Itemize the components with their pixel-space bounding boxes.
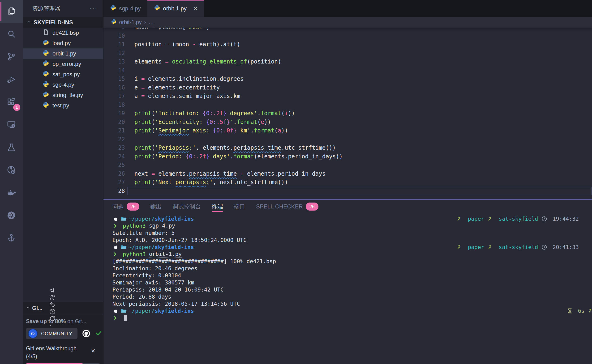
- gitlens-plan-icon: [28, 329, 38, 338]
- code-line-16[interactable]: 16e = elements.eccentricity: [104, 83, 592, 92]
- activity-item-gitlens[interactable]: [0, 159, 23, 181]
- panel-tab-terminal[interactable]: 终端: [212, 200, 223, 213]
- chevron-right-icon: ›: [144, 19, 146, 26]
- terminal-line: Next periapsis: 2018-05-17 13:14:56 UTC: [104, 300, 592, 307]
- terminal-line: [104, 314, 592, 322]
- python-icon: [43, 102, 49, 110]
- line-number: 10: [104, 32, 125, 39]
- code-line-15[interactable]: 15i = elements.inclination.degrees: [104, 75, 592, 83]
- line-number: 21: [104, 127, 125, 134]
- check-icon: [95, 329, 103, 338]
- panel-tab-label: SPELL CHECKER: [256, 203, 303, 210]
- code-line-11[interactable]: 11position = (moon - earth).at(t): [104, 40, 592, 49]
- snake-icon: [487, 244, 494, 250]
- panel-tab-spell-checker[interactable]: SPELL CHECKER26: [256, 200, 318, 213]
- activity-item-extensions[interactable]: 1: [0, 91, 23, 113]
- terminal[interactable]: ~/paper/skyfield-ins paper sat-skyfield …: [104, 213, 592, 364]
- code-line-24[interactable]: 24print('Period: {0:.2f} days'.format(el…: [104, 152, 592, 161]
- terminal-file-link[interactable]: orbit-1.py: [149, 251, 182, 258]
- terminal-line: Satellite number: 5: [104, 229, 592, 237]
- github-icon[interactable]: [82, 329, 91, 338]
- code-text: next = elements.periapsis_time + element…: [125, 170, 326, 177]
- code-line-23[interactable]: 23print('Periapsis:', elements.periapsis…: [104, 143, 592, 152]
- panel-tab-ports[interactable]: 端口: [234, 200, 245, 213]
- walkthrough-title: GitLens Walkthrough: [26, 344, 100, 352]
- prompt-icon: [112, 223, 118, 228]
- activity-item-run-debug[interactable]: [0, 68, 23, 91]
- file-label: de421.bsp: [53, 30, 79, 36]
- code-line-10[interactable]: 10: [104, 32, 592, 40]
- folder-section-header[interactable]: SKYFIELD-INS: [23, 17, 103, 28]
- code-line-13[interactable]: 13elements = osculating_elements_of(posi…: [104, 57, 592, 66]
- walkthrough-card[interactable]: GitLens Walkthrough (4/5) ×: [26, 344, 100, 360]
- panel-tab-output[interactable]: 输出: [150, 200, 162, 213]
- tab-orbit-1.py[interactable]: orbit-1.py×: [147, 0, 204, 17]
- breadcrumb-file[interactable]: orbit-1.py: [119, 19, 142, 26]
- code-line-19[interactable]: 19print('Inclination: {0:.2f} degrees'.f…: [104, 109, 592, 118]
- code-line-17[interactable]: 17a = elements.semi_major_axis.km: [104, 92, 592, 101]
- tab-label: sgp-4.py: [119, 5, 141, 12]
- breadcrumb-more[interactable]: …: [149, 19, 154, 26]
- vscode-window: 1 资源管理器 ··· SKYFIELD-INS de421.bspload.p…: [0, 0, 592, 364]
- breadcrumb[interactable]: orbit-1.py › …: [104, 17, 592, 28]
- code-text: print('Semimajor axis: {0:.0f} km'.forma…: [125, 127, 288, 134]
- activity-item-docker[interactable]: [0, 181, 23, 204]
- activity-item-source-control[interactable]: [0, 45, 23, 68]
- line-number: 9: [104, 28, 125, 30]
- activity-item-remote-explorer[interactable]: [0, 113, 23, 136]
- chevron-down-icon: [26, 19, 32, 26]
- activity-item-anchor[interactable]: [0, 227, 23, 249]
- gitlens-header[interactable]: GI...: [23, 302, 103, 314]
- apple-icon: [112, 244, 118, 250]
- code-line-21[interactable]: 21print('Semimajor axis: {0:.0f} km'.for…: [104, 126, 592, 135]
- tab-sgp-4.py[interactable]: sgp-4.py: [104, 0, 147, 17]
- activity-item-testing[interactable]: [0, 136, 23, 159]
- activity-item-kubernetes[interactable]: [0, 204, 23, 227]
- line-number: 14: [104, 67, 125, 74]
- code-line-22[interactable]: 22: [104, 135, 592, 144]
- file-item-test.py[interactable]: test.py: [23, 100, 103, 111]
- close-icon[interactable]: ×: [91, 347, 95, 354]
- line-number: 19: [104, 110, 125, 117]
- activity-item-explorer[interactable]: [0, 0, 23, 23]
- line-number: 28: [104, 188, 125, 194]
- panel-tab-problems[interactable]: 问题26: [112, 200, 139, 213]
- line-number: 23: [104, 144, 125, 151]
- close-icon[interactable]: ×: [193, 5, 197, 12]
- file-item-load.py[interactable]: load.py: [23, 38, 103, 48]
- terminal-file-link[interactable]: sgp-4.py: [149, 223, 175, 229]
- undo-icon[interactable]: [49, 301, 56, 308]
- file-item-pp_error.py[interactable]: pp_error.py: [23, 59, 103, 69]
- explorer-sidebar: 资源管理器 ··· SKYFIELD-INS de421.bspload.pyo…: [23, 0, 103, 364]
- file-item-string_tle.py[interactable]: string_tle.py: [23, 90, 103, 100]
- terminal-line: python3 orbit-1.py: [104, 251, 592, 258]
- code-line-9[interactable]: 9moon = planets['moon']: [104, 28, 592, 32]
- megaphone-icon[interactable]: [49, 287, 56, 294]
- question-icon[interactable]: [49, 308, 56, 315]
- activity-item-search[interactable]: [0, 23, 23, 45]
- code-line-26[interactable]: 26next = elements.periapsis_time + eleme…: [104, 169, 592, 178]
- panel-tab-debug-console[interactable]: 调试控制台: [172, 200, 201, 213]
- code-editor[interactable]: 9moon = planets['moon']1011position = (m…: [104, 28, 592, 200]
- file-label: sgp-4.py: [53, 81, 74, 88]
- file-item-sgp-4.py[interactable]: sgp-4.py: [23, 79, 103, 90]
- panel-tab-label: 终端: [212, 203, 223, 210]
- code-line-25[interactable]: 25: [104, 161, 592, 169]
- code-line-27[interactable]: 27print('Next periapsis:', next.utc_strf…: [104, 178, 592, 187]
- code-line-28[interactable]: 28: [104, 187, 592, 195]
- code-line-12[interactable]: 12: [104, 49, 592, 58]
- code-line-14[interactable]: 14: [104, 66, 592, 75]
- terminal-right-prompt: paper sat-skyfield 20:41:33: [457, 244, 579, 251]
- community-button[interactable]: COMMUNITY: [26, 328, 78, 339]
- person-icon[interactable]: [49, 294, 56, 301]
- prompt-icon: [112, 252, 118, 257]
- file-item-de421.bsp[interactable]: de421.bsp: [23, 28, 103, 38]
- panel-divider[interactable]: [104, 200, 592, 200]
- file-item-orbit-1.py[interactable]: orbit-1.py: [23, 48, 103, 59]
- code-line-18[interactable]: 18: [104, 101, 592, 109]
- file-item-sat_pos.py[interactable]: sat_pos.py: [23, 69, 103, 79]
- code-line-20[interactable]: 20print('Eccentricity: {0:.5f}'.format(e…: [104, 118, 592, 127]
- tab-bar: sgp-4.pyorbit-1.py×: [104, 0, 592, 17]
- line-number: 16: [104, 84, 125, 91]
- more-actions-icon[interactable]: ···: [90, 5, 98, 12]
